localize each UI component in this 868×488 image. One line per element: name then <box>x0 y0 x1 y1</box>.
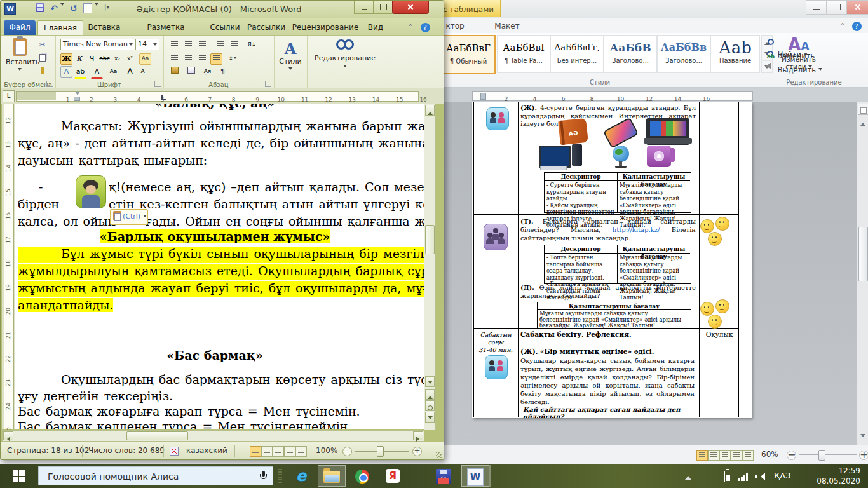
back-restore-button[interactable] <box>826 0 848 15</box>
clock[interactable]: 12:59 08.05.2020 <box>802 466 860 488</box>
front-vertical-ruler[interactable]: 1213141516171819202122232425 <box>2 104 15 429</box>
next-page-icon[interactable] <box>425 412 435 423</box>
shading-icon[interactable] <box>168 66 180 78</box>
taskbar-chrome-icon[interactable] <box>348 465 376 487</box>
view-outline[interactable] <box>284 446 295 457</box>
style-chip-normal[interactable]: АаБбВвГ ¶ Обычный <box>441 35 496 74</box>
increase-indent-icon[interactable] <box>228 39 240 51</box>
paragraph-dialog-launcher[interactable] <box>265 81 271 87</box>
tab-layout[interactable]: Макет <box>487 19 527 33</box>
ruler-toggle-button[interactable] <box>858 104 868 115</box>
zoom-level[interactable]: 100% <box>316 442 337 459</box>
taskbar-yandex-icon[interactable]: Я <box>379 465 407 487</box>
tab-review[interactable]: Рецензирование <box>290 20 360 35</box>
bullets-icon[interactable] <box>168 39 180 51</box>
font-size-select[interactable]: 14 <box>135 39 159 50</box>
font-dialog-launcher[interactable] <box>154 81 161 87</box>
front-page[interactable]: «Балық, құс, аң» Мақсаты: Жүргізуші ойын… <box>15 104 424 429</box>
language-indicator[interactable]: казахский <box>186 442 227 459</box>
tab-insert[interactable]: Вставка <box>85 20 124 35</box>
highlight-color-button[interactable]: ab <box>74 66 86 79</box>
previous-page-icon[interactable] <box>425 389 435 400</box>
front-horizontal-ruler[interactable]: L 12345678910111213141516 <box>1 88 444 104</box>
tab-page-layout[interactable]: Разметка страницы <box>126 20 205 35</box>
back-zoom-level[interactable]: 60% <box>761 446 778 463</box>
back-close-button[interactable] <box>846 0 868 15</box>
italic-button[interactable]: К <box>73 53 85 65</box>
word-count[interactable]: Число слов: 20 689 <box>88 442 165 459</box>
decrease-indent-icon[interactable] <box>214 39 226 51</box>
redo-icon[interactable]: ↺ <box>70 3 78 13</box>
copy-icon[interactable] <box>36 52 48 64</box>
clear-format-button[interactable]: Аа <box>139 53 151 65</box>
tab-selector[interactable]: L <box>3 90 15 102</box>
person-avatar-image[interactable] <box>76 175 106 208</box>
replace-button[interactable]: ab Заменить <box>766 50 862 62</box>
grow-font-button[interactable]: А <box>124 66 136 78</box>
text-effects-button[interactable]: А <box>60 66 72 78</box>
scroll-down-icon[interactable] <box>425 376 435 387</box>
view-fullscreen[interactable] <box>261 446 273 457</box>
scroll-left-icon[interactable] <box>3 431 13 440</box>
kitap-link[interactable]: http://kitap.kz/ <box>613 226 660 233</box>
scroll-up-icon[interactable] <box>425 105 435 116</box>
tab-file[interactable]: Файл <box>4 20 36 35</box>
align-right-icon[interactable] <box>196 53 208 65</box>
cut-icon[interactable]: ✂ <box>36 39 48 51</box>
network-signal-icon[interactable] <box>738 464 749 488</box>
scroll-down-icon[interactable] <box>858 430 867 442</box>
search-input[interactable]: Голосовой помощник Алиса <box>38 466 273 485</box>
toolbar-handle[interactable] <box>278 469 282 483</box>
hanging-indent-marker[interactable] <box>74 97 80 101</box>
scroll-thumb[interactable] <box>425 225 435 254</box>
taskbar-word-icon[interactable]: W <box>461 465 489 487</box>
paste-button[interactable]: Вставить <box>6 38 34 78</box>
taskbar-ie-icon[interactable]: e <box>287 465 315 487</box>
zoom-slider-thumb[interactable] <box>377 446 384 457</box>
view-fullscreen[interactable] <box>708 450 719 461</box>
editing-button[interactable]: Редактирование <box>313 39 377 71</box>
maximize-button[interactable] <box>373 1 393 14</box>
tab-home[interactable]: Главная <box>37 20 83 36</box>
change-case-button[interactable]: Аа <box>107 66 119 78</box>
view-print-layout[interactable] <box>696 450 708 461</box>
collapse-ribbon-icon[interactable]: ⌃ <box>836 19 849 33</box>
styles-button[interactable]: A Стили <box>276 39 304 73</box>
spellcheck-icon[interactable] <box>170 442 180 459</box>
zoom-slider-thumb[interactable] <box>818 450 825 461</box>
font-color-button[interactable]: А <box>91 66 103 79</box>
scroll-up-icon[interactable] <box>858 116 867 128</box>
superscript-button[interactable]: x² <box>124 53 136 65</box>
subscript-button[interactable]: x₂ <box>111 53 123 65</box>
undo-dropdown-icon[interactable] <box>60 3 64 8</box>
style-chip-heading2[interactable]: АаБбВв Заголово... <box>657 35 710 73</box>
view-draft[interactable] <box>742 450 754 461</box>
style-chip-heading1[interactable]: АаБбВ Заголово... <box>604 35 657 73</box>
help-icon[interactable]: ? <box>419 20 431 35</box>
tab-references[interactable]: Ссылки <box>208 20 242 35</box>
styles-dialog-launcher[interactable] <box>754 79 760 85</box>
table-tools-context-tab[interactable]: с таблицами <box>436 0 501 17</box>
multilevel-list-icon[interactable] <box>196 39 208 51</box>
zoom-out-button[interactable]: − <box>787 451 796 460</box>
style-chip-nospacing[interactable]: АаБбВвГг, Без интер... <box>550 35 604 73</box>
back-zoom-slider[interactable] <box>799 454 857 455</box>
align-center-icon[interactable] <box>182 53 194 65</box>
front-vertical-scrollbar[interactable] <box>424 104 436 430</box>
scroll-thumb[interactable] <box>126 431 188 440</box>
battery-icon[interactable] <box>724 464 731 488</box>
indent-marker[interactable] <box>480 93 486 100</box>
shrink-font-button[interactable]: А <box>137 66 149 78</box>
line-spacing-icon[interactable]: ↕ <box>227 53 239 65</box>
help-icon[interactable]: ? <box>850 19 863 33</box>
minimize-button[interactable] <box>354 1 374 14</box>
align-left-icon[interactable] <box>168 53 180 65</box>
strikethrough-button[interactable]: abc <box>98 53 111 65</box>
pilcrow-icon[interactable]: ¶ <box>217 66 229 78</box>
paste-special-icon[interactable] <box>83 3 92 13</box>
page-indicator[interactable]: Страница: 18 из 102 <box>7 442 89 459</box>
show-desktop-button[interactable] <box>864 464 868 488</box>
start-button[interactable] <box>0 464 38 488</box>
taskbar-floppy-icon[interactable]: -64- <box>430 465 458 487</box>
taskbar-explorer-icon[interactable] <box>318 465 346 487</box>
